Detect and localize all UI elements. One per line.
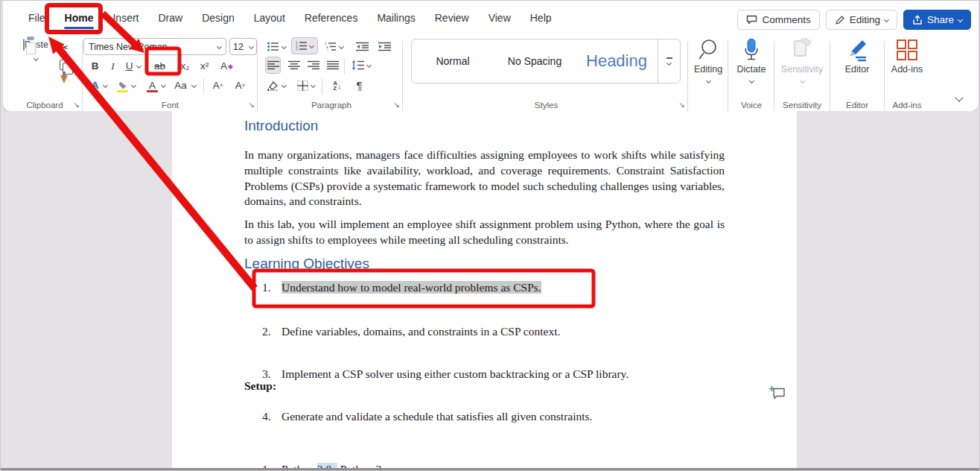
style-normal[interactable]: Normal — [412, 55, 494, 67]
selected-text: Understand how to model real-world probl… — [281, 281, 541, 294]
text-effects-button[interactable]: A — [87, 77, 103, 94]
tab-view[interactable]: View — [479, 7, 521, 28]
ribbon-card: File Home Insert Draw Design Layout Refe… — [3, 1, 979, 111]
grow-font-button[interactable]: A˄ — [210, 77, 226, 94]
line-spacing-dropdown-icon[interactable] — [366, 63, 372, 68]
dictate-button[interactable]: Dictate — [730, 38, 773, 85]
voice-group: Dictate Voice — [730, 35, 773, 111]
comments-button[interactable]: Comments — [737, 10, 819, 30]
copy-icon[interactable] — [60, 60, 69, 70]
tab-insert[interactable]: Insert — [103, 7, 148, 28]
dictate-dropdown-icon — [748, 78, 754, 83]
sensitivity-button: Sensitivity — [776, 38, 828, 85]
justify-button[interactable] — [325, 57, 340, 74]
bullets-button[interactable] — [265, 38, 281, 55]
clipboard-dialog-launcher-icon[interactable]: ↘ — [74, 101, 80, 109]
editing-button[interactable]: Editing — [690, 38, 727, 85]
highlighter-icon — [119, 82, 127, 89]
shrink-font-button[interactable]: A˅ — [232, 77, 248, 94]
styles-gallery-more-button[interactable] — [658, 39, 680, 83]
styles-gallery: Normal No Spacing Heading — [411, 39, 681, 83]
justify-icon — [327, 60, 339, 70]
tab-home[interactable]: Home — [55, 7, 104, 28]
decrease-indent-button[interactable] — [354, 38, 370, 55]
tab-references[interactable]: References — [295, 7, 368, 28]
window-bottom-edge — [1, 468, 979, 470]
objective-item-1: 1. Understand how to model real-world pr… — [244, 280, 725, 295]
collapse-ribbon-chevron-icon[interactable] — [955, 93, 963, 101]
editing-dropdown-icon — [705, 78, 710, 83]
tab-help[interactable]: Help — [521, 7, 561, 28]
font-dialog-launcher-icon[interactable]: ↘ — [249, 101, 255, 109]
sort-arrow-glyph: ↓ — [337, 81, 342, 90]
align-right-button[interactable] — [305, 57, 321, 74]
paragraph-group-label: Paragraph — [261, 101, 402, 110]
tab-design[interactable]: Design — [192, 7, 244, 28]
increase-indent-button[interactable] — [377, 38, 392, 55]
editor-button[interactable]: Editor — [832, 38, 882, 75]
share-label: Share — [927, 14, 954, 25]
gallery-more-chevron-icon — [666, 60, 672, 66]
multilevel-dropdown-icon[interactable] — [339, 44, 344, 49]
find-magnifier-icon — [697, 38, 719, 62]
tab-file[interactable]: File — [19, 7, 55, 28]
shading-dropdown-icon[interactable] — [281, 83, 287, 88]
cut-icon[interactable]: ✂ — [60, 41, 69, 54]
format-painter-icon[interactable] — [60, 75, 68, 83]
addins-group: Add-ins Add-ins — [886, 35, 928, 111]
text-effects-dropdown-icon[interactable] — [103, 83, 108, 88]
document-page[interactable]: Introduction In many organizations, mana… — [172, 111, 797, 468]
show-hide-pilcrow-button[interactable]: ¶ — [351, 77, 367, 94]
bullets-dropdown-icon[interactable] — [281, 44, 287, 49]
sort-button[interactable]: A Z ↓ — [328, 77, 347, 94]
clear-formatting-eraser-icon: ◆ — [228, 63, 233, 70]
editing-mode-button[interactable]: Editing — [826, 10, 897, 30]
style-no-spacing[interactable]: No Spacing — [494, 55, 576, 67]
chevron-down-icon — [33, 56, 38, 61]
tab-mailings[interactable]: Mailings — [367, 7, 424, 28]
highlight-color-button[interactable] — [115, 77, 130, 94]
font-group-label: Font — [83, 101, 257, 110]
font-name-combobox[interactable]: Times New Roman — [83, 38, 226, 55]
font-color-button[interactable]: A — [144, 77, 160, 94]
bold-button[interactable]: B — [87, 57, 103, 75]
superscript-button[interactable]: x² — [197, 57, 212, 75]
margin-new-comment-button[interactable] — [769, 386, 786, 401]
styles-dialog-launcher-icon[interactable]: ↘ — [679, 101, 685, 109]
italic-button[interactable]: I — [105, 57, 121, 75]
line-spacing-button[interactable] — [350, 57, 366, 74]
paste-button[interactable]: Paste — [19, 39, 52, 63]
subscript-button[interactable]: x₂ — [177, 57, 193, 75]
underline-dropdown-icon[interactable] — [136, 63, 141, 69]
ribbon-home: Paste ✂ Clipboard ↘ Times New Roman 12 — [3, 35, 979, 111]
paragraph-dialog-launcher-icon[interactable]: ↘ — [394, 101, 400, 109]
font-size-combobox[interactable]: 12 — [229, 38, 257, 55]
tab-layout[interactable]: Layout — [244, 7, 295, 28]
shading-button[interactable] — [265, 77, 281, 94]
change-case-button[interactable]: Aa — [173, 77, 188, 94]
voice-group-label: Voice — [730, 101, 773, 110]
highlight-dropdown-icon[interactable] — [131, 83, 136, 88]
comments-label: Comments — [762, 14, 810, 25]
strikethrough-button[interactable]: ab — [152, 57, 168, 75]
addins-button[interactable]: Add-ins — [886, 38, 928, 75]
shrink-font-glyph: A — [235, 80, 242, 91]
share-button[interactable]: Share — [903, 10, 971, 30]
align-center-button[interactable] — [286, 57, 302, 74]
numbering-button[interactable]: 123 — [291, 37, 318, 54]
style-heading[interactable]: Heading — [576, 51, 658, 71]
borders-button[interactable] — [295, 77, 311, 94]
clear-formatting-button[interactable]: A ◆ — [219, 57, 235, 75]
sensitivity-group: Sensitivity Sensitivity — [776, 35, 828, 111]
align-left-button[interactable] — [265, 57, 281, 74]
multilevel-list-button[interactable]: 1ai — [322, 38, 338, 55]
tab-draw[interactable]: Draw — [148, 7, 192, 28]
change-case-dropdown-icon[interactable] — [191, 83, 197, 88]
sensitivity-badge-icon — [792, 38, 812, 62]
font-color-glyph: A — [149, 80, 156, 91]
borders-dropdown-icon[interactable] — [311, 83, 316, 88]
font-color-dropdown-icon[interactable] — [161, 83, 166, 88]
underline-button[interactable]: U — [121, 57, 137, 75]
tab-review[interactable]: Review — [425, 7, 479, 28]
comment-icon — [746, 15, 757, 25]
